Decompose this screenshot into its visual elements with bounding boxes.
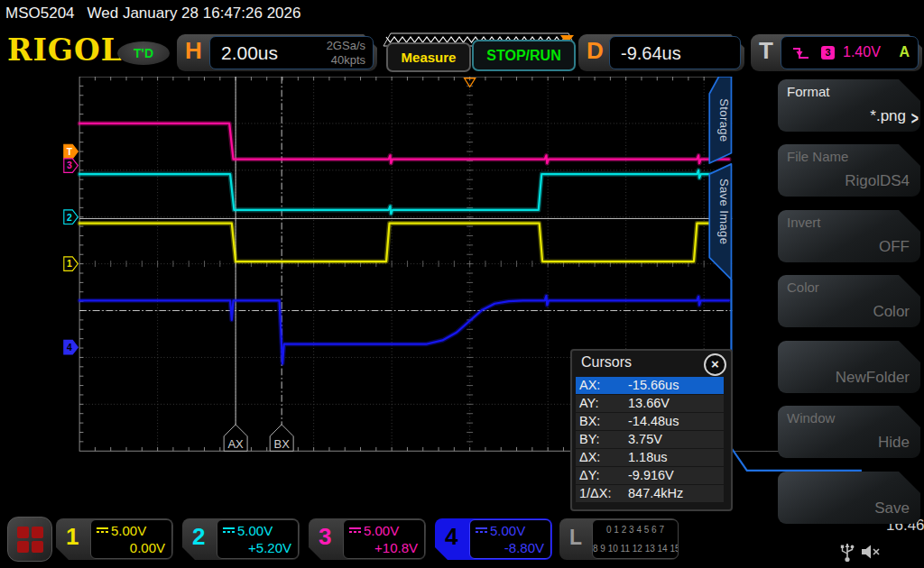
cursor-row-AY: AY:13.66V	[576, 395, 724, 412]
usb-icon	[839, 542, 855, 563]
channel-3-button[interactable]: 35.00V+10.8V	[309, 518, 426, 560]
svg-text:Storage: Storage	[717, 98, 731, 142]
menu-item-save[interactable]: Save	[778, 472, 920, 524]
stop-run-button[interactable]: STOP/RUN	[472, 40, 576, 71]
svg-text:AX: AX	[227, 437, 244, 451]
dc-coupling-icon	[223, 527, 235, 535]
trigger-level-value: 1.40V	[843, 44, 881, 60]
logic-row-2: 8 9 10 11 12 13 14 15	[593, 544, 678, 554]
cursors-panel: Cursors × AX:-15.66usAY:13.66VBX:-14.48u…	[570, 349, 733, 511]
menu-grid-icon	[17, 527, 29, 538]
menu-item-invert[interactable]: InvertOFF	[778, 210, 920, 262]
datetime: Wed January 28 16:47:26 2026	[88, 5, 301, 22]
menu-item-format[interactable]: Format*.png>	[778, 79, 920, 132]
timebase-value: 2.00us	[221, 42, 278, 64]
delay-button[interactable]: D -9.64us	[578, 34, 744, 71]
cursor-row-1ΔX: 1/ΔX:847.4kHz	[576, 485, 724, 502]
svg-text:BX: BX	[274, 437, 291, 451]
model-name: MSO5204	[5, 5, 75, 22]
delay-value: -9.64us	[621, 43, 681, 64]
logic-row-1: 0 1 2 3 4 5 6 7	[593, 525, 678, 535]
marker-3[interactable]: 3	[64, 159, 79, 173]
logic-channels-button[interactable]: L 0 1 2 3 4 5 6 7 8 9 10 11 12 13 14 15	[559, 518, 679, 560]
waveform-ch2	[79, 170, 729, 214]
waveform-ch1	[79, 224, 729, 261]
dc-coupling-icon	[476, 527, 487, 535]
save-image-menu: Format*.png>File NameRigolDS4InvertOFFCo…	[742, 75, 924, 536]
measure-button[interactable]: Measure	[386, 42, 471, 72]
oscilloscope-screen: MSO5204Wed January 28 16:47:26 2026 RIGO…	[0, 0, 924, 568]
menu-grid-icon	[32, 541, 43, 553]
svg-text:1: 1	[67, 260, 72, 270]
marker-4[interactable]: 4	[64, 340, 79, 354]
cursor-row-BX: BX:-14.48us	[576, 413, 724, 430]
cursor-row-ΔY: ΔY:-9.916V	[576, 467, 724, 484]
channel-2-button[interactable]: 25.00V+5.20V	[182, 518, 300, 560]
svg-text:4: 4	[67, 343, 72, 353]
speaker-muted-icon[interactable]	[861, 544, 882, 560]
menu-item-color[interactable]: ColorColor	[778, 275, 920, 327]
cursor-row-AX: AX:-15.66us	[576, 377, 724, 394]
timebase-box: 2.00us 2GSa/s 40kpts	[209, 36, 374, 69]
logic-label: L	[569, 526, 582, 550]
menu-grid-icon	[32, 527, 43, 538]
menu-grid-icon	[17, 541, 29, 553]
marker-T[interactable]: T	[64, 144, 79, 159]
close-icon[interactable]: ×	[704, 353, 726, 376]
dc-coupling-icon	[97, 527, 108, 535]
marker-1[interactable]: 1	[64, 257, 79, 271]
channel-4-button[interactable]: 45.00V-8.80V	[435, 518, 552, 560]
dc-coupling-icon	[349, 527, 361, 535]
d-label: D	[587, 37, 604, 65]
cursor-row-BY: BY:3.75V	[576, 431, 724, 448]
title-bar: MSO5204Wed January 28 16:47:26 2026	[5, 5, 313, 23]
sample-rate: 2GSa/s	[327, 39, 365, 52]
svg-text:2: 2	[67, 213, 72, 223]
horizontal-timebase-button[interactable]: H 2.00us 2GSa/s 40kpts	[177, 34, 377, 71]
svg-text:3: 3	[67, 161, 72, 171]
cursor-bx-handle[interactable]: BX	[270, 425, 293, 451]
cursor-ax-handle[interactable]: AX	[224, 425, 247, 451]
trigger-button[interactable]: T 3 1.40V A	[751, 34, 922, 71]
main-menu-button[interactable]	[7, 517, 52, 562]
svg-text:T: T	[67, 147, 73, 157]
cursor-row-ΔX: ΔX:1.18us	[576, 449, 724, 466]
h-label: H	[185, 37, 202, 65]
menu-item-newfolder[interactable]: NewFolder	[778, 341, 920, 393]
waveform-ch3	[79, 124, 729, 163]
svg-text:Save Image: Save Image	[717, 179, 731, 245]
memory-depth: 40kpts	[331, 53, 365, 67]
menu-item-file-name[interactable]: File NameRigolDS4	[778, 144, 920, 197]
cursor-readouts: AX:-15.66usAY:13.66VBX:-14.48usBY:3.75VΔ…	[576, 377, 724, 503]
trigger-source-badge: 3	[821, 46, 835, 60]
falling-edge-icon	[791, 44, 811, 62]
trigger-status-badge: T'D	[117, 41, 170, 65]
menu-item-window[interactable]: WindowHide	[778, 406, 920, 458]
rigol-logo: RIGOL	[7, 32, 123, 68]
t-label: T	[759, 37, 773, 65]
logic-box: 0 1 2 3 4 5 6 7 8 9 10 11 12 13 14 15	[592, 519, 679, 559]
channel-1-button[interactable]: 15.00V0.00V	[56, 518, 173, 560]
delay-box: -9.64us	[609, 36, 741, 69]
trigger-box: 3 1.40V A	[781, 36, 919, 69]
trigger-mode: A	[899, 44, 910, 60]
cursors-panel-title: Cursors	[581, 354, 632, 371]
marker-2[interactable]: 2	[64, 210, 79, 224]
